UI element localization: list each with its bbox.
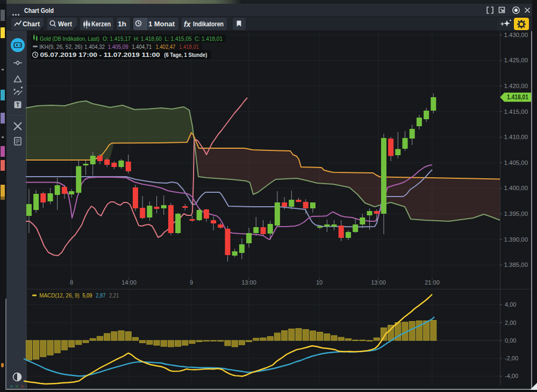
svg-text:O: 1.415,17 H: 1.418,60 L: 1: O: 1.415,17 H: 1.418,60 L: 1.415,05 C: 1… — [103, 35, 223, 42]
svg-text:2,87: 2,87 — [96, 292, 105, 299]
svg-text:4,00: 4,00 — [505, 301, 516, 308]
svg-text:1.395,00: 1.395,00 — [504, 210, 528, 217]
svg-text:1.418,01: 1.418,01 — [179, 43, 199, 50]
svg-text:1.430,00: 1.430,00 — [504, 32, 528, 38]
svg-text:1.400,00: 1.400,00 — [504, 185, 528, 191]
svg-text:5,09: 5,09 — [82, 292, 92, 299]
svg-text:1.420,00: 1.420,00 — [504, 83, 528, 89]
svg-text:9: 9 — [190, 279, 193, 286]
svg-text:1.405,09: 1.405,09 — [108, 43, 128, 50]
svg-text:1.402,47: 1.402,47 — [155, 43, 175, 50]
svg-text:1.404,32: 1.404,32 — [84, 43, 105, 50]
svg-text:Gold (DB Indikation, Last): Gold (DB Indikation, Last) — [40, 35, 99, 42]
svg-text:1.425,00: 1.425,00 — [504, 57, 528, 63]
svg-text:2,00: 2,00 — [505, 320, 516, 326]
svg-text:1.405,00: 1.405,00 — [504, 159, 528, 166]
svg-text:05.07.2019 17:00 - 11.07.2019: 05.07.2019 17:00 - 11.07.2019 11:00 — [40, 52, 160, 58]
svg-text:14:00: 14:00 — [121, 279, 137, 286]
svg-text:2,21: 2,21 — [109, 292, 119, 299]
svg-text:-2,00: -2,00 — [505, 355, 518, 361]
svg-text:10: 10 — [316, 279, 323, 286]
svg-text:1.410,00: 1.410,00 — [504, 134, 528, 140]
svg-text:MACD(12, 26, 9): MACD(12, 26, 9) — [39, 292, 80, 299]
svg-text:8: 8 — [70, 279, 73, 286]
svg-text:13:00: 13:00 — [371, 279, 386, 286]
svg-text:(6 Tage, 1 Stunde): (6 Tage, 1 Stunde) — [164, 52, 207, 58]
svg-text:21:00: 21:00 — [425, 279, 440, 286]
svg-text:0,00: 0,00 — [505, 337, 516, 344]
svg-text:1.418,01: 1.418,01 — [507, 93, 528, 101]
svg-text:IKH(9, 26, 52, 26): IKH(9, 26, 52, 26) — [39, 43, 82, 50]
svg-text:1.415,00: 1.415,00 — [504, 108, 528, 115]
svg-text:13:00: 13:00 — [241, 279, 256, 286]
svg-text:1.390,00: 1.390,00 — [504, 236, 528, 243]
svg-text:-4,00: -4,00 — [505, 373, 518, 379]
svg-text:1.404,71: 1.404,71 — [132, 43, 152, 50]
svg-text:1.385,00: 1.385,00 — [504, 262, 528, 268]
